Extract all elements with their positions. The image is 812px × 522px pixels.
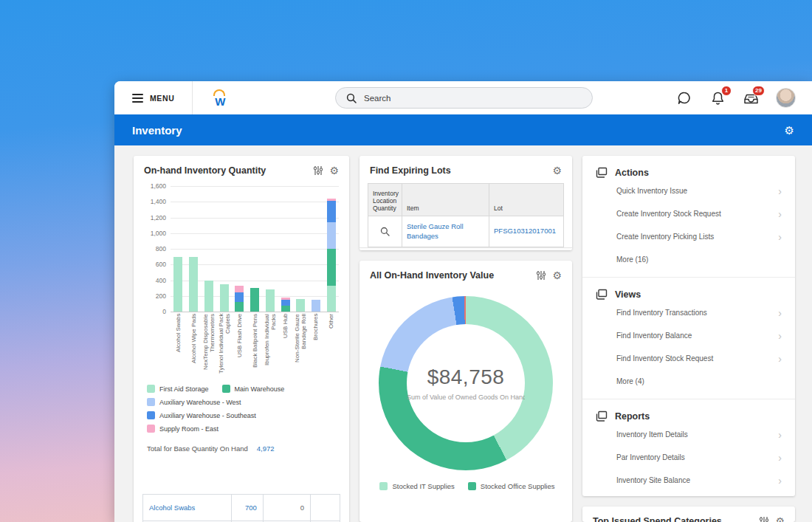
legend-label: Auxiliary Warehouse - Southeast xyxy=(159,412,256,419)
bar-usb-hub[interactable] xyxy=(281,298,290,312)
profile-avatar[interactable] xyxy=(776,88,796,108)
bar-usb-flash-drive[interactable] xyxy=(235,286,244,312)
chat-icon xyxy=(677,91,692,106)
legend-swatch xyxy=(147,411,155,419)
magnifier-icon[interactable] xyxy=(380,227,390,236)
more-link[interactable]: More (4) xyxy=(596,370,782,394)
y-axis-tick: 800 xyxy=(156,245,166,253)
top-bar: MENU W Search 1 29 xyxy=(114,81,812,114)
chevron-right-icon: › xyxy=(778,355,782,363)
chart-settings-sliders-icon[interactable] xyxy=(313,165,323,176)
table-row: Sterile Gauze Roll Bandages PFSG10312017… xyxy=(368,216,564,247)
donut-legend: Stocked IT SuppliesStocked Office Suppli… xyxy=(359,470,572,490)
chevron-right-icon: › xyxy=(778,431,782,439)
chevron-right-icon: › xyxy=(778,233,782,241)
menu-item-find-inventory-transactions[interactable]: Find Inventory Transactions› xyxy=(596,301,782,324)
bar-segment xyxy=(235,302,244,312)
x-axis-label: Other xyxy=(328,314,334,374)
bar-non-sterile-gauze-bandage-roll[interactable] xyxy=(296,299,305,312)
panel-section-reports: ReportsInventory Item Details›Par Invent… xyxy=(582,399,795,496)
bar-segment xyxy=(204,281,213,312)
inbox-button[interactable]: 29 xyxy=(743,90,759,106)
stacked-pages-icon xyxy=(596,411,608,422)
more-link[interactable]: More (16) xyxy=(596,248,782,272)
x-axis-label: NexTemp Disposable Thermometers xyxy=(202,314,216,374)
bar-segment xyxy=(235,292,244,302)
workday-logo[interactable]: W xyxy=(212,89,228,108)
gear-icon[interactable]: ⚙ xyxy=(552,270,562,281)
bar-segment xyxy=(312,300,320,312)
menu-button[interactable]: MENU xyxy=(132,94,174,103)
menu-item-label: Find Inventory Balance xyxy=(616,332,692,340)
menu-item-find-inventory-stock-request[interactable]: Find Inventory Stock Request› xyxy=(596,347,782,370)
onhand-bar-chart: 02004006008001,0001,2001,4001,600Alcohol… xyxy=(134,182,349,374)
menu-item-inventory-item-details[interactable]: Inventory Item Details› xyxy=(596,423,782,446)
menu-item-label: Find Inventory Transactions xyxy=(616,309,707,317)
menu-item-par-inventory-details[interactable]: Par Inventory Details› xyxy=(596,446,782,469)
bar-segment xyxy=(173,257,182,312)
menu-item-create-inventory-picking-lists[interactable]: Create Inventory Picking Lists› xyxy=(596,225,782,248)
chart-settings-sliders-icon[interactable] xyxy=(536,270,546,281)
bar-alcohol-swabs[interactable] xyxy=(173,257,182,312)
total-row: Total for Base Quantity On Hand 4,972 xyxy=(134,433,349,453)
legend-swatch xyxy=(222,385,230,393)
bar-black-ballpoint-pens[interactable] xyxy=(250,288,259,312)
chevron-right-icon: › xyxy=(778,188,782,195)
y-axis-tick: 600 xyxy=(156,261,166,268)
onhand-chart-legend: First Aid StorageMain WarehouseAuxiliary… xyxy=(134,374,349,433)
page-header: Inventory ⚙ xyxy=(114,114,812,145)
onhand-inventory-value-card: All On-Hand Inventory Value ⚙ $84,758 Su… xyxy=(359,261,572,522)
item-link[interactable]: Sterile Gauze Roll Bandages xyxy=(407,222,464,240)
quantity-link[interactable]: 700 xyxy=(245,504,257,512)
y-axis-tick: 1,000 xyxy=(151,230,166,237)
gear-icon[interactable]: ⚙ xyxy=(329,165,339,176)
stacked-pages-icon xyxy=(596,167,608,178)
chevron-right-icon: › xyxy=(778,477,782,484)
menu-item-inventory-site-balance[interactable]: Inventory Site Balance› xyxy=(596,469,782,492)
bar-alcohol-wipe-pads[interactable] xyxy=(189,257,198,312)
bar-segment xyxy=(220,284,229,312)
hamburger-icon xyxy=(132,94,143,103)
bar-tylenol-individual-pack-caplets[interactable] xyxy=(220,284,229,312)
view-more-button[interactable]: View More ... xyxy=(359,247,572,250)
menu-item-create-inventory-stock-request[interactable]: Create Inventory Stock Request› xyxy=(596,202,782,225)
y-axis-tick: 200 xyxy=(156,292,166,300)
search-bar[interactable]: Search xyxy=(335,87,593,109)
legend-item: Stocked IT Supplies xyxy=(379,482,454,490)
x-axis-label: USB Hub xyxy=(282,314,289,374)
page-settings-gear-icon[interactable]: ⚙ xyxy=(785,125,794,136)
menu-item-label: Par Inventory Details xyxy=(616,453,685,461)
menu-item-quick-inventory-issue[interactable]: Quick Inventory Issue› xyxy=(596,179,782,202)
legend-swatch xyxy=(147,398,155,406)
bar-brochures[interactable] xyxy=(312,300,320,312)
donut-center-value: $84,758 xyxy=(427,365,505,389)
stacked-pages-icon xyxy=(596,289,608,300)
gear-icon[interactable]: ⚙ xyxy=(552,165,562,176)
legend-swatch xyxy=(468,482,476,490)
legend-item: Main Warehouse xyxy=(222,385,285,393)
card-title: Find Expiring Lots xyxy=(370,165,451,176)
onhand-inventory-quantity-card: On-hand Inventory Quantity ⚙ 02004006008… xyxy=(134,156,349,522)
lot-link[interactable]: PFSG10312017001 xyxy=(494,227,556,235)
chevron-right-icon: › xyxy=(778,309,782,317)
y-axis-tick: 1,400 xyxy=(151,198,166,205)
bar-other[interactable] xyxy=(327,199,336,312)
y-axis-tick: 0 xyxy=(162,308,166,315)
bar-ibuprofen-individual-packs[interactable] xyxy=(266,289,275,312)
bar-nextemp-disposable-thermometers[interactable] xyxy=(204,281,213,312)
bar-segment xyxy=(327,286,336,312)
chart-settings-sliders-icon[interactable] xyxy=(759,516,769,522)
y-axis-tick: 1,200 xyxy=(151,214,166,221)
bar-segment xyxy=(281,300,290,306)
notifications-button[interactable]: 1 xyxy=(709,90,726,106)
chat-button[interactable] xyxy=(676,90,692,106)
item-link[interactable]: Alcohol Swabs xyxy=(149,504,195,512)
inbox-badge: 29 xyxy=(752,86,765,96)
gear-icon[interactable]: ⚙ xyxy=(775,516,785,522)
section-title: Reports xyxy=(615,411,650,422)
menu-item-find-inventory-balance[interactable]: Find Inventory Balance› xyxy=(596,324,782,347)
menu-item-label: Inventory Item Details xyxy=(616,430,688,439)
section-title: Views xyxy=(615,289,641,300)
value-cell: 0 xyxy=(263,495,310,521)
total-value-link[interactable]: 4,972 xyxy=(257,444,275,453)
